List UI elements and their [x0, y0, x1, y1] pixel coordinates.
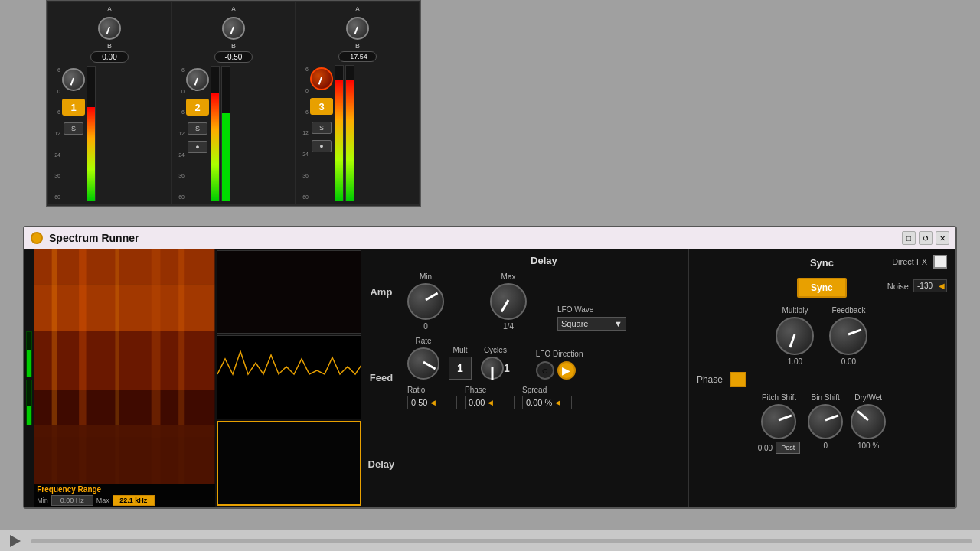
ratio-box: Ratio 0.50 ◀: [407, 386, 457, 409]
plugin-window: Spectrum Runner □ ↺ ✕: [23, 226, 957, 509]
play-button[interactable]: [8, 533, 23, 549]
bottom-knobs-row: Pitch Shift 0.00 Post Bin Shift 0 Dry/We…: [697, 393, 947, 454]
post-button[interactable]: Post: [776, 442, 800, 454]
channel-1-number[interactable]: 1: [62, 99, 85, 116]
channel-3-top-knob[interactable]: [346, 17, 369, 40]
spread-arrow-icon: ◀: [555, 399, 560, 406]
channel-1-solo[interactable]: S: [64, 122, 83, 135]
sync-controls: Sync Sync: [797, 257, 847, 298]
max-label: Max: [96, 497, 109, 504]
svg-rect-2: [34, 284, 214, 331]
channel-3-solo[interactable]: S: [312, 122, 332, 134]
channel-2-meter-fill-2: [222, 113, 230, 201]
dry-wet-value: 100 %: [858, 442, 879, 450]
freq-range-label: Frequency Range: [37, 485, 211, 494]
noise-label: Noise: [887, 282, 909, 291]
level-indicators-left: [24, 249, 34, 507]
mixer-channel-2: A B -0.50 6 0 6 12 24 36 60 2 S ●: [172, 2, 295, 204]
min-knob[interactable]: [407, 283, 444, 320]
direct-fx-row: Direct FX: [892, 255, 947, 269]
direct-fx-checkbox[interactable]: [933, 255, 947, 269]
channel-2-extra[interactable]: ●: [188, 141, 207, 153]
viz-section: Frequency Range Min 0.00 Hz Max 22.1 kHz: [24, 249, 400, 507]
channel-3-meter-fill: [335, 80, 343, 201]
multiply-container: Multiply 1.00: [776, 306, 814, 366]
viz-panel-top: [217, 250, 361, 334]
channel-3-extra[interactable]: ●: [312, 140, 332, 152]
progress-bar[interactable]: [31, 539, 972, 543]
pitch-shift-knob[interactable]: [761, 404, 796, 439]
sync-button[interactable]: Sync: [797, 278, 847, 298]
channel-1-top-knob[interactable]: [98, 17, 121, 40]
noise-value: -130: [914, 280, 936, 292]
sync-section: Sync Sync Direct FX Noise -130 ◀: [689, 249, 956, 507]
max-freq-input[interactable]: 22.1 kHz: [113, 495, 155, 506]
channel-2-number[interactable]: 2: [186, 99, 209, 116]
multiply-label: Multiply: [782, 306, 808, 315]
direction-left-button[interactable]: ○: [536, 361, 554, 380]
amp-label: Amp: [370, 286, 392, 298]
channel-3-fader-knob[interactable]: [310, 67, 333, 90]
noise-input[interactable]: -130 ◀: [913, 279, 947, 292]
svg-rect-1: [34, 249, 214, 284]
pitch-shift-container: Pitch Shift 0.00 Post: [758, 393, 800, 454]
freq-range-inputs: Min 0.00 Hz Max 22.1 kHz: [37, 495, 211, 506]
side-labels: Amp Feed Delay: [363, 249, 400, 507]
phase-arrow-icon: ◀: [488, 399, 493, 406]
channel-2-fader-knob[interactable]: [186, 68, 209, 91]
phase-value: 0.00: [469, 398, 485, 407]
lfo-wave-dropdown[interactable]: Square ▼: [557, 317, 626, 331]
feedback-label: Feedback: [831, 306, 865, 315]
ratio-row: Ratio 0.50 ◀ Phase 0.00 ◀ Spread: [407, 386, 681, 409]
channel-3-number[interactable]: 3: [310, 98, 333, 115]
cycles-container: Cycles 1: [481, 346, 510, 380]
multiply-feedback-row: Multiply 1.00 Feedback 0.00: [697, 306, 947, 366]
phase-delay-label: Phase: [465, 386, 486, 394]
channel-1-fader-knob[interactable]: [62, 68, 85, 91]
circle-icon: ○: [542, 364, 548, 377]
level-fill-1: [27, 350, 31, 377]
max-knob[interactable]: [490, 283, 527, 320]
close-button[interactable]: ✕: [936, 231, 949, 245]
mult-container: Mult 1: [449, 346, 472, 380]
channel-3-label-b: B: [355, 42, 360, 50]
channel-3-meter: [335, 65, 344, 201]
rate-knob[interactable]: [407, 347, 439, 380]
cycles-knob[interactable]: [481, 357, 504, 380]
feedback-container: Feedback 0.00: [829, 306, 867, 366]
max-knob-value: 1/4: [503, 322, 514, 331]
reset-button[interactable]: ↺: [919, 231, 933, 245]
channel-2-solo[interactable]: S: [188, 122, 207, 135]
cycles-label: Cycles: [484, 346, 507, 354]
multiply-knob[interactable]: [776, 317, 814, 355]
channel-2-value[interactable]: -0.50: [214, 51, 253, 63]
channel-1-value[interactable]: 0.00: [90, 51, 129, 63]
lfo-wave-value: Square: [561, 319, 588, 328]
spectrogram: Frequency Range Min 0.00 Hz Max 22.1 kHz: [34, 249, 214, 507]
dropdown-arrow-icon: ▼: [614, 319, 622, 328]
ratio-label: Ratio: [407, 386, 425, 394]
dry-wet-container: Dry/Wet 100 %: [851, 393, 886, 454]
mult-value[interactable]: 1: [449, 357, 472, 380]
channel-2-top-knob[interactable]: [222, 17, 245, 40]
ratio-input[interactable]: 0.50 ◀: [407, 396, 457, 409]
viz-panel-bottom: [217, 421, 361, 506]
bin-shift-knob[interactable]: [808, 404, 843, 439]
dry-wet-knob[interactable]: [851, 404, 886, 439]
cycles-value-area: 1: [481, 357, 510, 380]
lfo-wave-area: LFO Wave Square ▼: [557, 305, 626, 331]
min-knob-value: 0: [423, 322, 428, 331]
channel-3-value[interactable]: -17.54: [338, 51, 377, 62]
sync-title: Sync: [810, 257, 834, 269]
channel-2-label-a: A: [231, 5, 236, 13]
max-knob-container: Max 1/4: [490, 272, 527, 331]
phase-input[interactable]: 0.00 ◀: [465, 396, 514, 409]
channel-3-meter-2: [345, 65, 354, 201]
direction-buttons: ○ ▶: [536, 361, 583, 380]
feedback-knob[interactable]: [829, 317, 867, 355]
direction-right-button[interactable]: ▶: [557, 361, 576, 380]
dry-wet-label: Dry/Wet: [854, 393, 882, 402]
minimize-button[interactable]: □: [902, 231, 916, 245]
spread-input[interactable]: 0.00 % ◀: [522, 396, 572, 409]
min-freq-input[interactable]: 0.00 Hz: [51, 495, 93, 506]
